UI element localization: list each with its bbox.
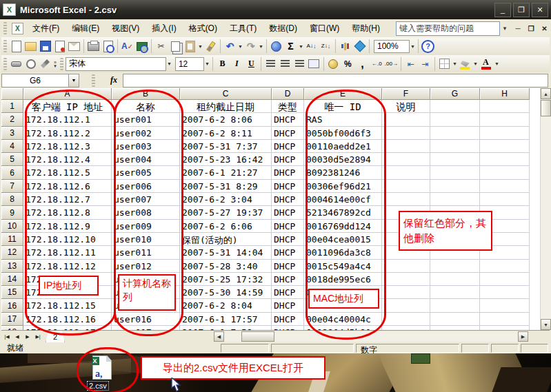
row-header-3[interactable]: 3 [1,127,23,140]
font-color-caret[interactable]: ▼ [494,57,500,70]
cell-F8[interactable] [382,193,430,206]
borders-icon[interactable] [438,57,451,70]
cell-H4[interactable] [480,140,530,153]
cell-F15[interactable] [382,286,430,299]
menu-insert[interactable]: 插入(I) [146,20,182,37]
cell-F6[interactable] [382,166,430,179]
cell-D15[interactable]: DHCP [272,286,304,299]
autosum-options-caret[interactable]: ▼ [298,40,304,53]
increase-decimal-icon[interactable]: ←.0 [370,57,383,70]
scroll-up-icon[interactable]: ▲ [541,88,551,99]
row-header-10[interactable]: 10 [1,220,23,233]
cell-D2[interactable]: DHCP [272,113,304,126]
currency-style-icon[interactable] [327,57,340,70]
menu-data[interactable]: 数据(D) [263,20,303,37]
cell-F7[interactable] [382,180,430,193]
align-left-icon[interactable] [264,57,277,70]
row-header-1[interactable]: 1 [1,100,23,113]
formula-input[interactable] [123,74,548,87]
menu-window[interactable]: 窗口(W) [303,20,345,37]
menu-edit[interactable]: 编辑(E) [66,20,106,37]
research-icon[interactable] [135,40,148,53]
cell-C9[interactable]: 2007-5-27 19:37 [180,206,272,219]
cell-H3[interactable] [480,127,530,140]
save-icon[interactable] [39,40,52,53]
menu-format[interactable]: 格式(O) [183,20,223,37]
menu-file[interactable]: 文件(F) [26,20,66,37]
cell-H2[interactable] [480,113,530,126]
child-restore-button[interactable]: ❐ [526,23,537,33]
toolbar-grip[interactable] [3,40,7,52]
comma-style-button[interactable]: , [356,57,369,70]
menu-help[interactable]: 帮助(H) [345,20,386,37]
fill-color-icon[interactable] [459,57,472,70]
chart-wizard-icon[interactable] [339,40,352,53]
row-header-9[interactable]: 9 [1,206,23,219]
cell-H13[interactable] [480,260,530,273]
underline-button[interactable]: U [245,57,258,70]
cell-F1[interactable]: 说明 [382,100,430,113]
cell-G8[interactable] [430,193,480,206]
insert-function-button[interactable]: fx [110,75,117,85]
row-header-13[interactable]: 13 [1,260,23,273]
align-center-icon[interactable] [279,57,292,70]
undo-icon[interactable]: ↶ [223,40,237,53]
cell-G3[interactable] [430,127,480,140]
cell-H6[interactable] [480,166,530,179]
cell-D16[interactable]: DHCP [272,299,304,312]
cell-G16[interactable] [430,299,480,312]
cell-C8[interactable]: 2007-6-2 3:04 [180,193,272,206]
menu-tools[interactable]: 工具(T) [223,20,263,37]
cell-D11[interactable]: DHCP [272,233,304,246]
cell-G17[interactable] [430,313,480,326]
cell-C13[interactable]: 2007-5-28 3:40 [180,260,272,273]
cell-D8[interactable]: DHCP [272,193,304,206]
cell-D12[interactable]: DHCP [272,246,304,259]
cell-G15[interactable] [430,286,480,299]
insert-hyperlink-icon[interactable] [270,40,283,53]
cell-C10[interactable]: 2007-6-2 6:06 [180,220,272,233]
row-header-7[interactable]: 7 [1,180,23,193]
cell-H7[interactable] [480,180,530,193]
column-header-D[interactable]: D [272,88,304,100]
cell-F13[interactable] [382,260,430,273]
cell-G4[interactable] [430,140,480,153]
cell-D1[interactable]: 类型 [272,100,304,113]
cell-C12[interactable]: 2007-5-31 14:04 [180,246,272,259]
vertical-scroll-thumb[interactable] [541,100,551,116]
cell-H15[interactable] [480,286,530,299]
borders-caret[interactable]: ▼ [452,57,458,70]
cell-C5[interactable]: 2007-5-23 16:42 [180,153,272,166]
cell-C4[interactable]: 2007-5-31 7:37 [180,140,272,153]
cell-D17[interactable]: DHCP [272,313,304,326]
cell-D5[interactable]: DHCP [272,153,304,166]
row-header-4[interactable]: 4 [1,140,23,153]
cell-D7[interactable]: DHCP [272,180,304,193]
cell-H8[interactable] [480,193,530,206]
spelling-icon[interactable]: A✓ [121,40,134,53]
print-icon[interactable] [87,40,100,53]
cell-G1[interactable] [430,100,480,113]
cell-D13[interactable]: DHCP [272,260,304,273]
formula-bar-grip[interactable] [92,74,95,87]
fill-color-caret[interactable]: ▼ [472,57,479,70]
drawing-icon[interactable] [353,40,366,53]
increase-indent-icon[interactable]: ⇥ [419,57,432,70]
cell-H14[interactable] [480,273,530,286]
cell-H16[interactable] [480,299,530,312]
toolbar-grip[interactable] [3,22,7,34]
paste-icon[interactable] [183,40,197,53]
merge-center-icon[interactable] [308,57,321,70]
row-header-15[interactable]: 15 [1,286,23,299]
autosum-button[interactable]: Σ [284,40,297,53]
cell-C7[interactable]: 2007-5-31 8:29 [180,180,272,193]
column-header-F[interactable]: F [382,88,430,100]
rectangle-tool-icon[interactable] [10,57,23,70]
toolbar-grip[interactable] [3,58,7,70]
cell-H5[interactable] [480,153,530,166]
paste-options-caret[interactable]: ▼ [197,40,203,53]
row-header-14[interactable]: 14 [1,273,23,286]
cell-C1[interactable]: 租约截止日期 [180,100,272,113]
cell-F16[interactable] [382,299,430,312]
select-all-corner[interactable] [1,88,23,100]
